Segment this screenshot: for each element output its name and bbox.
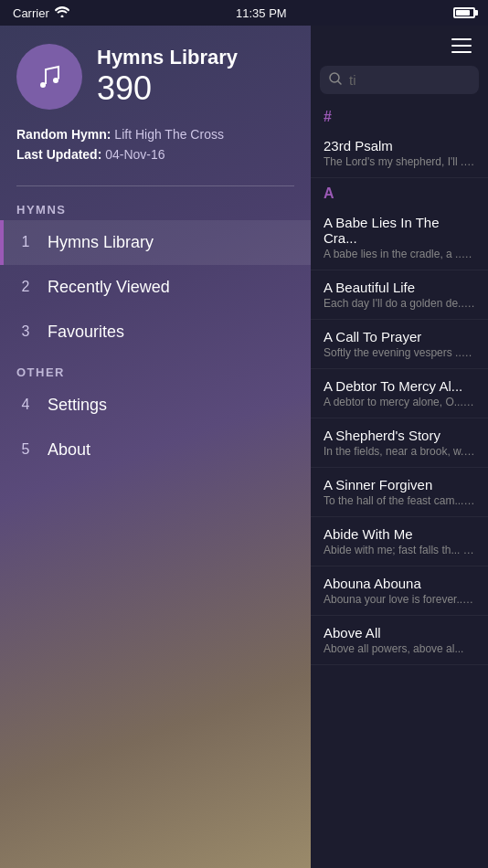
hymn-title: A Babe Lies In The Cra... [324,215,475,246]
hymn-snippet: A babe lies in the cradle, a ... shineth… [324,248,475,260]
carrier-text: Carrier [13,6,49,20]
hymn-item[interactable]: A Babe Lies In The Cra...A babe lies in … [311,206,488,270]
hymn-title: 23rd Psalm [324,138,475,153]
nav-label-recently-viewed: Recently Viewed [48,278,170,297]
sidebar: Hymns Library 390 Random Hymn: Lift High… [0,26,311,868]
hymn-item[interactable]: 23rd PsalmThe Lord's my shepherd, I'll .… [311,129,488,178]
nav-label-favourites: Favourites [48,323,124,342]
hymn-count: 390 [97,69,238,108]
hymn-snippet: A debtor to mercy alone, O... God's righ… [324,396,475,408]
hymn-snippet: In the fields, near a brook, w... filled… [324,445,475,458]
svg-point-1 [53,78,58,83]
hamburger-line-3 [451,51,472,53]
hymn-item[interactable]: A Sinner ForgivenTo the hall of the feas… [311,468,488,517]
nav-label-hymns-library: Hymns Library [48,233,154,252]
header-text: Hymns Library 390 [97,46,238,108]
hymn-item[interactable]: Abide With MeAbide with me; fast falls t… [311,517,488,566]
hymn-title: A Beautiful Life [324,280,475,295]
sidebar-header: Hymns Library 390 [0,26,311,124]
hymn-title: A Call To Prayer [324,329,475,344]
last-updated-label: Last Updated: [16,147,101,162]
app-title: Hymns Library [97,46,238,69]
hamburger-button[interactable] [448,35,475,57]
hymn-snippet: Abouna your love is forever... are wrong… [324,593,475,606]
hymn-title: Abide With Me [324,526,475,542]
last-updated-line: Last Updated: 04-Nov-16 [16,144,294,164]
nav-number-2: 2 [16,279,35,295]
search-icon [329,72,342,88]
time-text: 11:35 PM [236,6,287,20]
random-hymn-value: Lift High The Cross [114,127,224,142]
nav-item-hymns-library[interactable]: 1 Hymns Library [0,220,311,265]
hymn-title: A Debtor To Mercy Al... [324,378,475,394]
hymn-item[interactable]: A Shepherd's StoryIn the fields, near a … [311,418,488,468]
random-hymn-label: Random Hymn: [16,127,111,142]
hymn-item[interactable]: Above AllAbove all powers, above al... [311,616,488,665]
hymn-title: A Shepherd's Story [324,428,475,443]
nav-label-about: About [48,440,90,460]
nav-item-about[interactable]: 5 About [0,428,311,472]
nav-label-settings: Settings [48,396,107,415]
hamburger-line-1 [451,38,472,40]
hymn-title: Abouna Abouna [324,576,475,591]
svg-line-3 [338,81,341,84]
hymn-snippet: Abide with me; fast falls th... with me … [324,544,475,556]
nav-number-5: 5 [16,441,35,458]
app-icon [16,44,82,110]
hymn-snippet: Above all powers, above al... [324,642,475,655]
nav-item-recently-viewed[interactable]: 2 Recently Viewed [0,265,311,310]
hymn-snippet: Softly the evening vespers ... Savior wh… [324,346,475,359]
hamburger-line-2 [451,45,472,47]
hymn-list: #23rd PsalmThe Lord's my shepherd, I'll … [311,101,488,868]
hymns-section-label: HYMNS [0,197,311,220]
last-updated-value: 04-Nov-16 [105,147,164,162]
section-letter-a: A [311,178,488,206]
search-input[interactable]: ti [349,72,470,88]
hymn-snippet: Each day I'll do a golden de... life on … [324,297,475,310]
search-bar[interactable]: ti [320,66,479,94]
nav-number-1: 1 [16,234,35,250]
nav-number-4: 4 [16,397,35,413]
hymn-item[interactable]: A Beautiful LifeEach day I'll do a golde… [311,270,488,320]
random-hymn-line: Random Hymn: Lift High The Cross [16,124,294,144]
nav-number-3: 3 [16,323,35,340]
svg-point-0 [40,82,46,88]
nav-item-favourites[interactable]: 3 Favourites [0,310,311,355]
other-section-label: OTHER [0,360,311,383]
main-layout: Hymns Library 390 Random Hymn: Lift High… [0,26,488,868]
section-letter-#: # [311,101,488,129]
hymn-snippet: To the hall of the feast cam... that Jes… [324,494,475,507]
status-left: Carrier [13,6,69,20]
hymn-item[interactable]: Abouna AbounaAbouna your love is forever… [311,566,488,616]
right-panel: ti #23rd PsalmThe Lord's my shepherd, I'… [311,26,488,868]
hymn-title: Above All [324,625,475,640]
right-header [311,26,488,66]
hymn-item[interactable]: A Debtor To Mercy Al...A debtor to mercy… [311,369,488,418]
sidebar-info: Random Hymn: Lift High The Cross Last Up… [0,124,311,178]
hymn-title: A Sinner Forgiven [324,477,475,492]
nav-item-settings[interactable]: 4 Settings [0,383,311,428]
status-bar: Carrier 11:35 PM [0,0,488,26]
hymn-item[interactable]: A Call To PrayerSoftly the evening vespe… [311,320,488,369]
battery-icon [453,7,475,18]
hymn-snippet: The Lord's my shepherd, I'll ... pasture… [324,155,475,168]
divider [16,185,294,186]
wifi-icon [55,6,69,20]
